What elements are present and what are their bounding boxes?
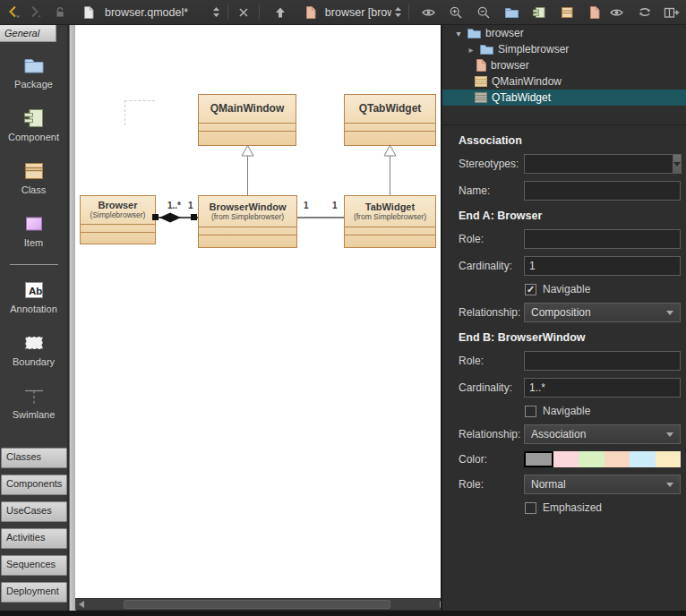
composition-diamond-icon (159, 212, 181, 223)
add-class-button[interactable] (556, 2, 578, 23)
document-switcher[interactable] (210, 2, 223, 23)
end-a-relationship-combobox[interactable]: Composition (524, 303, 681, 322)
palette-section-activities[interactable]: Activities (1, 528, 67, 549)
synchronize-button[interactable] (634, 2, 656, 23)
palette-tool-annotation[interactable]: Ab Annotation (0, 278, 67, 314)
show-element-button[interactable] (417, 2, 439, 23)
color-swatch-cyan[interactable] (630, 451, 656, 467)
class-box-browserwindow[interactable]: BrowserWindow (from Simplebrowser) (198, 195, 297, 248)
emphasized-checkbox[interactable] (525, 502, 536, 514)
parent-diagram-button[interactable] (270, 2, 291, 23)
end-b-role-input[interactable] (524, 351, 681, 371)
class-namespace: (from Simplebrowser) (354, 213, 426, 221)
zoom-in-button[interactable] (445, 2, 467, 23)
class-compartment (81, 224, 155, 232)
palette-tool-component[interactable]: Component (0, 106, 67, 142)
inheritance-edge[interactable] (247, 156, 248, 195)
diagram-file-icon (587, 5, 602, 20)
class-name: TabWidget (365, 201, 415, 212)
lock-button[interactable] (49, 2, 71, 23)
tree-item-browser-diagram[interactable]: browser (442, 57, 686, 73)
palette-section-classes[interactable]: Classes (1, 448, 67, 468)
scrollbar-thumb[interactable] (124, 600, 390, 609)
scroll-left-button[interactable] (75, 599, 87, 610)
expander-closed-icon[interactable]: ▸ (467, 45, 476, 55)
zoom-out-button[interactable] (473, 2, 494, 23)
role-combobox[interactable]: Normal (524, 475, 681, 494)
document-icon-button[interactable] (78, 2, 99, 23)
palette-section-usecases[interactable]: UseCases (1, 501, 67, 522)
tree-item-simplebrowser-package[interactable]: ▸ Simplebrowser (442, 41, 686, 57)
end-a-role-input[interactable] (524, 229, 681, 249)
end-a-relationship-value: Composition (531, 306, 666, 319)
palette-tool-label: Boundary (13, 356, 55, 367)
cardinality-label: 1 (304, 201, 309, 210)
palette-section-components[interactable]: Components (1, 475, 67, 495)
add-component-button[interactable] (528, 2, 550, 23)
color-swatch-pink[interactable] (553, 451, 579, 467)
end-a-navigable-checkbox[interactable]: ✓ (525, 284, 536, 295)
color-swatch-gray[interactable] (524, 451, 553, 467)
split-view-button[interactable] (661, 2, 682, 23)
stereotypes-dropdown-button[interactable] (673, 154, 682, 174)
edge-handle[interactable] (191, 214, 197, 220)
palette-section-deployment[interactable]: Deployment (1, 582, 67, 603)
class-compartment (345, 123, 435, 131)
color-swatch-green[interactable] (579, 451, 605, 467)
close-document-button[interactable] (233, 2, 254, 23)
stereotypes-combobox[interactable] (524, 154, 681, 174)
tree-item-qmainwindow-class[interactable]: QMainWindow (442, 73, 686, 90)
file-icon (81, 5, 96, 20)
forward-button[interactable] (24, 2, 46, 23)
package-folder-icon (467, 28, 481, 38)
end-b-navigable-checkbox[interactable] (525, 406, 536, 417)
add-package-button[interactable] (501, 2, 522, 23)
view-filter-button[interactable] (605, 2, 627, 23)
end-b-relationship-value: Association (531, 428, 666, 441)
palette-tool-boundary[interactable]: Boundary (0, 330, 67, 367)
end-a-title: End A: Browser (459, 210, 679, 222)
palette-header[interactable]: General (0, 25, 56, 42)
expander-open-icon[interactable]: ▾ (454, 29, 463, 38)
class-box-browser[interactable]: Browser (Simplebrowser) (80, 195, 156, 244)
end-b-relationship-combobox[interactable]: Association (524, 424, 681, 444)
palette-tool-swimlane[interactable]: Swimlane (0, 383, 67, 420)
canvas-horizontal-scrollbar[interactable] (75, 598, 448, 610)
palette-tool-class[interactable]: Class (0, 158, 67, 195)
palette-tool-package[interactable]: Package (0, 53, 67, 90)
model-editor-right-panel: ▾ browser ▸ Simplebrowser browser (441, 25, 686, 611)
add-diagram-button[interactable] (584, 2, 605, 23)
association-edge[interactable] (297, 217, 344, 218)
color-swatch-cream[interactable] (656, 451, 682, 467)
end-a-cardinality-input[interactable] (524, 256, 681, 276)
tree-item-qtabwidget-class[interactable]: QTabWidget (442, 90, 686, 106)
end-b-role-label: Role: (459, 355, 524, 367)
eye-icon (421, 6, 436, 19)
palette-tool-item[interactable]: Item (0, 211, 67, 248)
palette-tool-label: Class (21, 184, 47, 195)
inheritance-edge[interactable] (390, 156, 390, 195)
diagram-canvas[interactable]: QMainWindow QTabWidget Browser (Simplebr… (75, 25, 441, 598)
edge-handle[interactable] (152, 214, 159, 220)
close-icon (237, 6, 250, 19)
document-tab[interactable]: browser.qmodel* (105, 6, 210, 19)
end-b-cardinality-input[interactable] (524, 378, 681, 398)
palette-tool-label: Component (8, 132, 59, 142)
name-input[interactable] (524, 181, 681, 201)
svg-text:Ab: Ab (29, 285, 42, 295)
chevron-down-icon (666, 483, 673, 487)
toolbar-separator (259, 4, 260, 20)
diagram-switcher[interactable] (391, 2, 404, 23)
tree-item-browser-package[interactable]: ▾ browser (442, 25, 686, 41)
diagram-selector[interactable]: browser [browser] (325, 6, 391, 19)
class-box-tabwidget[interactable]: TabWidget (from Simplebrowser) (344, 195, 436, 248)
stereotypes-input[interactable] (524, 154, 673, 174)
class-box-qmainwindow[interactable]: QMainWindow (198, 94, 296, 146)
zoom-out-icon (476, 5, 491, 20)
color-swatch-salmon[interactable] (605, 451, 630, 467)
class-box-qtabwidget[interactable]: QTabWidget (344, 94, 436, 146)
back-button[interactable] (3, 2, 24, 23)
class-compartment (345, 227, 435, 235)
package-folder-icon (480, 44, 493, 55)
palette-section-sequences[interactable]: Sequences (1, 555, 67, 576)
